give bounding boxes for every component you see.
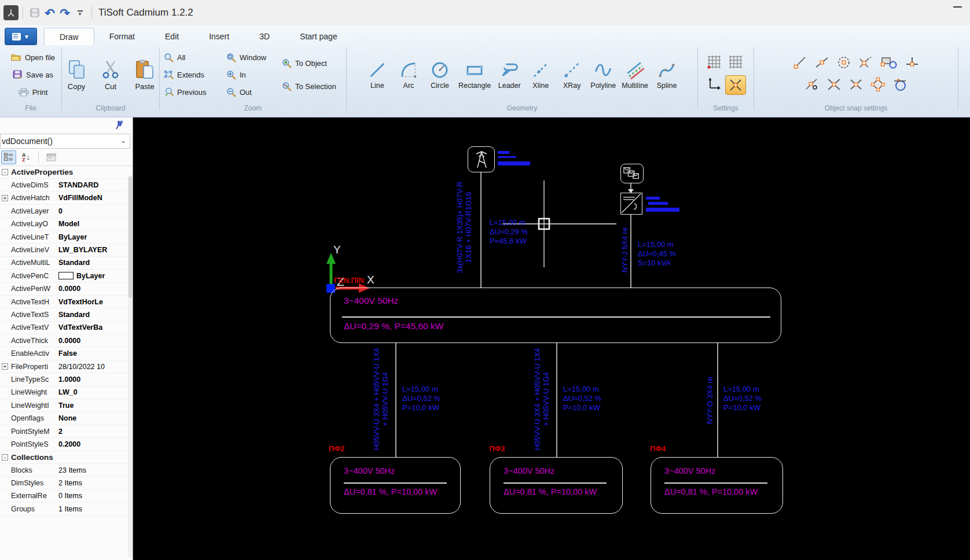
- rectangle-tool-button[interactable]: Rectangle: [456, 59, 493, 91]
- panel-divider-line: [504, 482, 607, 484]
- print-button[interactable]: Print: [16, 85, 50, 99]
- property-row[interactable]: ActiveLineTByLayer: [0, 231, 133, 244]
- property-row[interactable]: LineTypeSc1.0000: [0, 373, 133, 386]
- zoom-previous-button[interactable]: Previous: [161, 85, 222, 99]
- perpendicular-snap-button[interactable]: [905, 55, 920, 72]
- redo-button[interactable]: ↷: [57, 5, 72, 20]
- property-row[interactable]: PointStyleM2: [0, 425, 133, 438]
- undo-button[interactable]: ↶: [42, 5, 57, 20]
- line-tool-button[interactable]: Line: [362, 59, 392, 91]
- property-row[interactable]: PointStyleS0.2000: [0, 438, 133, 451]
- zoom-all-button[interactable]: All: [161, 50, 222, 64]
- property-row[interactable]: Groups1 Items: [0, 503, 133, 515]
- categorized-view-button[interactable]: [1, 150, 16, 164]
- tab-start-page[interactable]: Start page: [285, 28, 352, 45]
- insert-snap-button[interactable]: [880, 55, 898, 72]
- polyline-tool-button[interactable]: Polyline: [588, 59, 618, 91]
- quick-access-dropdown-button[interactable]: ▾: [72, 5, 87, 20]
- quadrant-snap-button[interactable]: [870, 77, 886, 94]
- midpoint-snap-button[interactable]: [814, 55, 829, 72]
- generator-symbol[interactable]: [620, 164, 644, 183]
- property-row[interactable]: ActiveDimSSTANDARD: [0, 179, 133, 191]
- tangent-snap-button[interactable]: [892, 77, 907, 94]
- panel-scrollbar[interactable]: [128, 175, 133, 557]
- tab-format[interactable]: Format: [94, 28, 150, 45]
- tab-draw[interactable]: Draw: [44, 28, 94, 45]
- circle-icon: [430, 60, 450, 80]
- zoom-extends-button[interactable]: Extends: [161, 68, 222, 82]
- property-row[interactable]: ActiveLayer0: [0, 205, 133, 218]
- property-row[interactable]: Blocks23 Items: [0, 464, 133, 477]
- overhead-supply-symbol[interactable]: [468, 146, 495, 172]
- minimize-button[interactable]: [953, 3, 963, 12]
- osnap-toggle-button[interactable]: [725, 75, 746, 95]
- zoom-window-button[interactable]: Window: [224, 50, 277, 64]
- property-row[interactable]: ActiveTextHVdTextHorLe: [0, 296, 133, 308]
- tab-3d[interactable]: 3D: [244, 28, 285, 45]
- energy-meter-symbol[interactable]: [620, 193, 642, 215]
- drawing-canvas[interactable]: 3x(H07V-R 1X35)+ H07V-R 1X16 + H07V-R1G1…: [133, 117, 970, 560]
- property-row[interactable]: EnableActivFalse: [0, 347, 133, 360]
- open-file-button[interactable]: Open file: [9, 50, 57, 64]
- feeder3-info-block: L=15,00 m ΔU=0,52 % P=10,0 kW: [723, 385, 762, 412]
- grid-origin-button[interactable]: [706, 54, 722, 72]
- save-button[interactable]: [27, 5, 42, 20]
- main-distribution-panel[interactable]: 3~400V 50Hz ΔU=0,29 %, P=45,60 kW: [330, 288, 781, 343]
- property-row[interactable]: ExternalRe0 Items: [0, 490, 133, 503]
- property-row[interactable]: ActiveMultiLStandard: [0, 257, 133, 270]
- property-row[interactable]: ActivePenW0.0000: [0, 283, 133, 296]
- apparent-intersection-snap-button[interactable]: [858, 55, 873, 72]
- property-row[interactable]: ActiveThick0.0000: [0, 334, 133, 347]
- property-row[interactable]: +FileProperti28/10/2022 10: [0, 360, 133, 373]
- app-menu-button[interactable]: ▼: [5, 28, 37, 45]
- xline-tool-button[interactable]: Xline: [526, 59, 556, 91]
- endpoint-snap-button[interactable]: [792, 55, 807, 72]
- property-group-row[interactable]: -Collections: [0, 451, 133, 464]
- property-pages-button[interactable]: [43, 150, 58, 164]
- sub-panel-2[interactable]: 3~400V 50Hz ΔU=0,81 %, P=10,00 kW: [490, 457, 623, 514]
- property-row[interactable]: LineWeightITrue: [0, 399, 133, 412]
- property-row-pen-color[interactable]: ActivePenCByLayer: [0, 270, 133, 282]
- property-row[interactable]: LineWeightLW_0: [0, 386, 133, 399]
- tab-edit[interactable]: Edit: [150, 28, 194, 45]
- circle-tool-button[interactable]: Circle: [425, 59, 455, 91]
- zoom-out-button[interactable]: Out: [224, 85, 277, 99]
- xray-tool-button[interactable]: XRay: [557, 59, 587, 91]
- color-swatch: [58, 272, 74, 279]
- paste-button[interactable]: Paste: [130, 57, 160, 93]
- pin-icon[interactable]: [115, 120, 124, 132]
- grid-button[interactable]: [728, 54, 744, 72]
- property-row[interactable]: ActiveLayOModel: [0, 218, 133, 231]
- object-selector-dropdown[interactable]: vdDocument() ⌄: [0, 134, 130, 149]
- leader-tool-button[interactable]: Leader: [494, 59, 524, 91]
- sub-panel-3[interactable]: 3~400V 50Hz ΔU=0,81 %, P=10,00 kW: [651, 457, 783, 514]
- property-row[interactable]: ActiveTextVVdTextVerBa: [0, 322, 133, 334]
- zoom-to-object-button[interactable]: To Object: [280, 56, 344, 70]
- property-row[interactable]: +ActiveHatchVdFillModeN: [0, 192, 133, 205]
- multiline-tool-button[interactable]: Multiline: [619, 59, 651, 91]
- alphabetical-sort-button[interactable]: AZ ↓: [19, 150, 34, 164]
- panel-divider-line: [344, 482, 447, 484]
- property-row[interactable]: OpenflagsNone: [0, 412, 133, 425]
- property-group-row[interactable]: -ActiveProperties: [0, 166, 133, 179]
- sub-panel-1[interactable]: 3~400V 50Hz ΔU=0,81 %, P=10,00 kW: [330, 457, 461, 514]
- spline-tool-button[interactable]: Spline: [652, 59, 682, 91]
- cut-button[interactable]: Cut: [96, 57, 125, 93]
- property-row[interactable]: ActiveTextSStandard: [0, 308, 133, 321]
- save-as-button[interactable]: Save as: [10, 68, 56, 82]
- center-snap-button[interactable]: [836, 55, 851, 72]
- spline-icon: [657, 60, 677, 80]
- tab-insert[interactable]: Insert: [194, 28, 244, 45]
- ucs-axis-button[interactable]: [707, 76, 722, 94]
- magnifier-icon: [164, 53, 174, 62]
- intersection-snap-button[interactable]: [826, 77, 842, 94]
- nearest-snap-button[interactable]: [804, 77, 820, 94]
- property-grid: -ActiveProperties ActiveDimSSTANDARD +Ac…: [0, 166, 133, 516]
- zoom-in-button[interactable]: In: [224, 68, 277, 82]
- copy-button[interactable]: Copy: [61, 57, 91, 93]
- property-row[interactable]: DimStyles2 Items: [0, 477, 133, 489]
- zoom-to-selection-button[interactable]: To Selection: [280, 79, 344, 93]
- arc-tool-button[interactable]: Arc: [394, 59, 424, 91]
- property-row[interactable]: ActiveLineVLW_BYLAYER: [0, 244, 133, 256]
- extension-snap-button[interactable]: [848, 77, 864, 94]
